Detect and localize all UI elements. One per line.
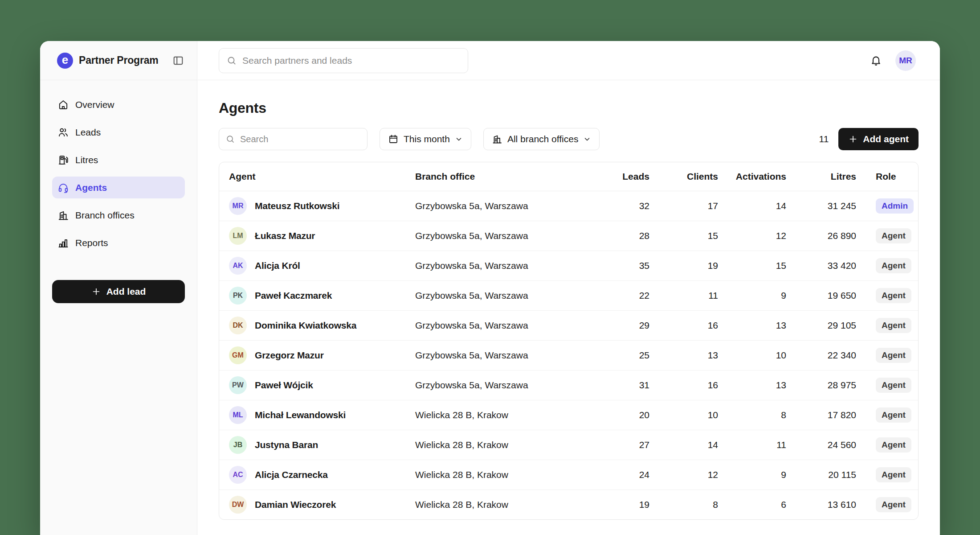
branch-office: Wielicka 28 B, Krakow: [415, 440, 508, 450]
table-row[interactable]: GMGrzegorz MazurGrzybowska 5a, Warszawa2…: [219, 340, 918, 370]
sidebar-item-label: Overview: [75, 99, 114, 110]
agent-name: Justyna Baran: [255, 440, 318, 450]
search-icon: [226, 55, 237, 66]
table-row[interactable]: PWPaweł WójcikGrzybowska 5a, Warszawa311…: [219, 370, 918, 400]
branch-office: Grzybowska 5a, Warszawa: [415, 230, 528, 241]
search-icon: [225, 134, 235, 144]
add-lead-label: Add lead: [106, 286, 146, 297]
column-header-agent: Agent: [219, 162, 415, 191]
user-avatar[interactable]: MR: [895, 50, 916, 71]
leads-value: 35: [581, 251, 649, 280]
table-row[interactable]: DWDamian WieczorekWielicka 28 B, Krakow1…: [219, 490, 918, 519]
table-row[interactable]: MRMateusz RutkowskiGrzybowska 5a, Warsza…: [219, 191, 918, 221]
collapse-sidebar-icon[interactable]: [172, 54, 184, 67]
agent-avatar: LM: [229, 227, 247, 245]
sidebar-item-litres[interactable]: Litres: [52, 149, 185, 171]
table-search-input[interactable]: [240, 134, 361, 144]
table-row[interactable]: JBJustyna BaranWielicka 28 B, Krakow2714…: [219, 430, 918, 460]
table-row[interactable]: ACAlicja CzarneckaWielicka 28 B, Krakow2…: [219, 460, 918, 490]
activations-value: 9: [718, 280, 786, 310]
sidebar-item-label: Branch offices: [75, 210, 135, 221]
activations-value: 13: [718, 310, 786, 340]
role-badge: Agent: [876, 348, 911, 363]
litres-value: 24 560: [786, 430, 856, 460]
global-search[interactable]: [219, 48, 468, 73]
agent-name: Paweł Kaczmarek: [255, 290, 332, 301]
clients-value: 12: [649, 460, 718, 490]
role-badge: Agent: [876, 497, 911, 512]
chevron-down-icon: [455, 135, 463, 143]
date-filter-dropdown[interactable]: This month: [380, 128, 471, 150]
notifications-bell-icon[interactable]: [870, 54, 882, 66]
agent-name: Alicja Król: [255, 260, 300, 271]
add-lead-button[interactable]: Add lead: [52, 280, 185, 303]
main-content: Agents This month: [197, 80, 940, 535]
leads-value: 19: [581, 490, 649, 519]
sidebar-header: e Partner Program: [40, 41, 197, 80]
clients-value: 8: [649, 490, 718, 519]
table-row[interactable]: AKAlicja KrólGrzybowska 5a, Warszawa3519…: [219, 251, 918, 280]
sidebar-nav: OverviewLeadsLitresAgentsBranch officesR…: [52, 94, 185, 259]
agent-avatar: PW: [229, 376, 247, 394]
clients-value: 19: [649, 251, 718, 280]
leads-value: 28: [581, 221, 649, 251]
agent-avatar: DK: [229, 317, 247, 334]
sidebar-item-agents[interactable]: Agents: [52, 177, 185, 198]
column-header-litres: Litres: [786, 162, 856, 191]
litres-value: 17 820: [786, 400, 856, 430]
role-badge: Agent: [876, 467, 911, 482]
branch-office: Grzybowska 5a, Warszawa: [415, 380, 528, 390]
global-search-input[interactable]: [242, 55, 461, 66]
sidebar-item-leads[interactable]: Leads: [52, 121, 185, 143]
branch-office: Grzybowska 5a, Warszawa: [415, 350, 528, 360]
leads-value: 22: [581, 280, 649, 310]
agent-name: Alicja Czarnecka: [255, 469, 328, 480]
role-badge: Agent: [876, 258, 911, 273]
users-icon: [57, 127, 69, 138]
table-row[interactable]: DKDominika KwiatkowskaGrzybowska 5a, War…: [219, 310, 918, 340]
branch-office: Grzybowska 5a, Warszawa: [415, 320, 528, 330]
table-header-row: AgentBranch officeLeadsClientsActivation…: [219, 162, 918, 191]
activations-value: 13: [718, 370, 786, 400]
branch-office: Grzybowska 5a, Warszawa: [415, 290, 528, 300]
table-row[interactable]: LMŁukasz MazurGrzybowska 5a, Warszawa281…: [219, 221, 918, 251]
role-badge: Agent: [876, 378, 911, 393]
leads-value: 31: [581, 370, 649, 400]
column-header-clients: Clients: [649, 162, 718, 191]
activations-value: 11: [718, 430, 786, 460]
plus-icon: [91, 287, 101, 296]
role-badge: Agent: [876, 407, 911, 423]
leads-value: 29: [581, 310, 649, 340]
activations-value: 12: [718, 221, 786, 251]
role-badge: Agent: [876, 318, 911, 333]
fuel-pump-icon: [57, 154, 69, 166]
add-agent-button[interactable]: Add agent: [838, 128, 919, 150]
clients-value: 10: [649, 400, 718, 430]
agent-avatar: GM: [229, 346, 247, 364]
activations-value: 14: [718, 191, 786, 221]
filter-row: This month All branch offices: [219, 128, 919, 150]
litres-value: 29 105: [786, 310, 856, 340]
table-search[interactable]: [219, 128, 368, 150]
agent-name: Michał Lewandowski: [255, 410, 346, 420]
column-header-branch-office: Branch office: [415, 162, 581, 191]
sidebar-item-reports[interactable]: Reports: [52, 232, 185, 254]
agent-name: Dominika Kwiatkowska: [255, 320, 356, 331]
agent-avatar: MR: [229, 197, 247, 215]
branch-filter-dropdown[interactable]: All branch offices: [483, 128, 600, 150]
sidebar-item-overview[interactable]: Overview: [52, 94, 185, 115]
topbar-right: MR: [870, 50, 916, 71]
agent-avatar: AK: [229, 257, 247, 275]
agent-avatar: AC: [229, 466, 247, 484]
table-row[interactable]: MLMichał LewandowskiWielicka 28 B, Krako…: [219, 400, 918, 430]
column-header-role: Role: [856, 162, 918, 191]
sidebar-item-branch-offices[interactable]: Branch offices: [52, 204, 185, 226]
table-row[interactable]: PKPaweł KaczmarekGrzybowska 5a, Warszawa…: [219, 280, 918, 310]
leads-value: 32: [581, 191, 649, 221]
activations-value: 6: [718, 490, 786, 519]
litres-value: 19 650: [786, 280, 856, 310]
sidebar: OverviewLeadsLitresAgentsBranch officesR…: [40, 80, 197, 535]
agents-table: AgentBranch officeLeadsClientsActivation…: [219, 162, 919, 520]
clients-value: 14: [649, 430, 718, 460]
litres-value: 26 890: [786, 221, 856, 251]
